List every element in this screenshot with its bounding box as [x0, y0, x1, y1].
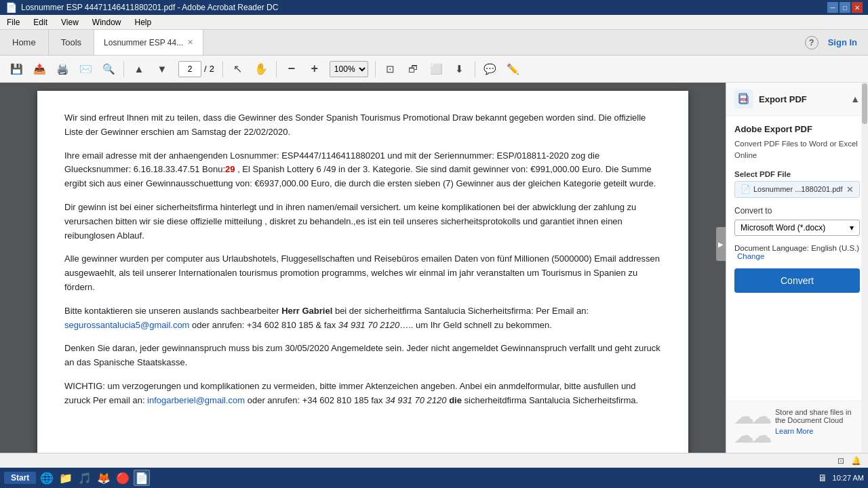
- status-bar: ⊡ 🔔: [0, 453, 868, 468]
- footer-text: Store and share files in the Document Cl…: [775, 408, 860, 424]
- main-content: Wir sind erfreut Ihnen mit zu teilen, da…: [0, 83, 868, 453]
- file-name-label: Losnummer ...1880201.pdf: [753, 185, 842, 193]
- file-tag: 📄 Losnummer ...1880201.pdf ✕: [734, 181, 860, 198]
- taskbar-norton-icon[interactable]: 🔴: [115, 470, 131, 486]
- menu-file[interactable]: File: [4, 16, 22, 28]
- pdf-file-icon: 📄: [741, 184, 751, 194]
- menu-help[interactable]: Help: [132, 16, 155, 28]
- learn-more-link[interactable]: Learn More: [775, 427, 813, 435]
- close-button[interactable]: ✕: [852, 2, 863, 13]
- cloud-icon: ☁☁☁☁: [734, 408, 770, 446]
- read-mode-button[interactable]: ⬇: [449, 59, 471, 79]
- draw-button[interactable]: ✏️: [502, 59, 524, 79]
- select-file-label: Select PDF File: [734, 170, 860, 178]
- app-icon: 📄: [5, 2, 17, 13]
- prev-page-button[interactable]: ▲: [128, 59, 150, 79]
- page-total: 2: [210, 64, 214, 74]
- search-button[interactable]: 🔍: [98, 59, 119, 79]
- panel-collapse-handle[interactable]: ▶: [716, 227, 726, 261]
- right-panel: PDF Export PDF ▲ Adobe Export PDF Conver…: [726, 83, 868, 453]
- para-5: Bitte kontaktieren sie unseren auslands …: [64, 304, 661, 333]
- taskbar-acrobat-icon[interactable]: 📄: [134, 470, 150, 486]
- convert-to-value: Microsoft Word (*.docx): [741, 223, 825, 232]
- full-screen-button[interactable]: ⬜: [426, 59, 448, 79]
- fit-page-button[interactable]: 🗗: [403, 59, 425, 79]
- panel-chevron-icon[interactable]: ▲: [850, 94, 860, 104]
- windows-taskbar: Start 🌐 📁 🎵 🦊 🔴 📄 🖥 10:27 AM: [0, 468, 868, 488]
- taskbar-media-icon[interactable]: 🎵: [77, 470, 93, 486]
- email-link-1[interactable]: segurossantalucia5@gmail.com: [64, 320, 189, 330]
- panel-header: PDF Export PDF ▲: [726, 83, 868, 116]
- taskbar-firefox-icon[interactable]: 🦊: [96, 470, 112, 486]
- doc-language-row: Document Language: English (U.S.) Change: [734, 244, 860, 260]
- nav-home[interactable]: Home: [0, 30, 49, 55]
- para-6: Denken Sie daran, jeder gewinnanspruch m…: [64, 342, 661, 370]
- para-4: Alle gewinner wurden per computer aus Ur…: [64, 252, 661, 294]
- comment-button[interactable]: 💬: [479, 59, 501, 79]
- nav-doc-tab[interactable]: Losnummer ESP 44... ✕: [94, 30, 203, 55]
- taskbar-time: 10:27 AM: [833, 474, 864, 482]
- nav-tools[interactable]: Tools: [49, 30, 94, 55]
- window-title: Losnummer ESP 44471146411880201.pdf - Ad…: [21, 3, 278, 12]
- save-button[interactable]: 💾: [5, 59, 27, 79]
- export-pdf-icon: PDF: [734, 89, 753, 108]
- panel-title: Export PDF: [759, 94, 807, 104]
- panel-section-title: Adobe Export PDF: [734, 124, 860, 134]
- taskbar-explorer-icon[interactable]: 📁: [58, 470, 74, 486]
- panel-footer: ☁☁☁☁ Store and share files in the Docume…: [726, 401, 868, 453]
- chevron-down-icon: ▾: [850, 223, 854, 232]
- convert-to-label: Convert to: [734, 206, 860, 216]
- cursor-tool-button[interactable]: ↖: [227, 59, 249, 79]
- toolbar: 💾 📤 🖨️ ✉️ 🔍 ▲ ▼ 2 / 2 ↖ ✋ − + 100% 75% 5…: [0, 56, 868, 83]
- pdf-viewer[interactable]: Wir sind erfreut Ihnen mit zu teilen, da…: [0, 83, 726, 453]
- right-panel-scrollbar[interactable]: [861, 83, 868, 453]
- fit-width-button[interactable]: ⊡: [380, 59, 401, 79]
- page-number-input[interactable]: 2: [178, 61, 201, 77]
- menu-bar: File Edit View Window Help: [0, 15, 868, 30]
- convert-button[interactable]: Convert: [734, 268, 860, 293]
- email-button[interactable]: ✉️: [75, 59, 96, 79]
- panel-body: Adobe Export PDF Convert PDF Files to Wo…: [726, 116, 868, 401]
- svg-text:PDF: PDF: [741, 98, 747, 102]
- help-button[interactable]: ?: [805, 36, 818, 49]
- zoom-in-button[interactable]: +: [304, 59, 326, 79]
- taskbar-network-icon: 🖥: [818, 472, 827, 483]
- next-page-button[interactable]: ▼: [151, 59, 173, 79]
- menu-edit[interactable]: Edit: [31, 16, 50, 28]
- para-3: Dir gewinn ist bei einer sicherheitsfirm…: [64, 201, 661, 243]
- para-7: WICHTIG: um verzogerungen und komplikati…: [64, 380, 661, 408]
- menu-view[interactable]: View: [58, 16, 81, 28]
- doc-lang-value: English (U.S.): [811, 244, 859, 252]
- status-icon-2: 🔔: [851, 456, 861, 466]
- start-button[interactable]: Start: [4, 472, 36, 484]
- print-setup-button[interactable]: 📤: [28, 59, 50, 79]
- close-tab-icon[interactable]: ✕: [187, 38, 193, 47]
- sign-in-button[interactable]: Sign In: [828, 37, 857, 47]
- maximize-button[interactable]: □: [840, 2, 850, 13]
- para-2: Ihre email adresse mit der anhaengenden …: [64, 149, 661, 191]
- convert-to-dropdown[interactable]: Microsoft Word (*.docx) ▾: [734, 220, 860, 236]
- menu-window[interactable]: Window: [90, 16, 124, 28]
- scrollbar-thumb[interactable]: [862, 83, 867, 124]
- panel-description: Convert PDF Files to Word or Excel Onlin…: [734, 138, 860, 162]
- title-bar: 📄 Losnummer ESP 44471146411880201.pdf - …: [0, 0, 868, 15]
- taskbar-ie-icon[interactable]: 🌐: [39, 470, 55, 486]
- hand-tool-button[interactable]: ✋: [250, 59, 272, 79]
- zoom-out-button[interactable]: −: [281, 59, 302, 79]
- pdf-page: Wir sind erfreut Ihnen mit zu teilen, da…: [37, 91, 688, 453]
- remove-file-button[interactable]: ✕: [846, 184, 854, 195]
- para-1: Wir sind erfreut Ihnen mit zu teilen, da…: [64, 111, 661, 140]
- page-separator: /: [204, 64, 207, 74]
- print-button[interactable]: 🖨️: [52, 59, 73, 79]
- change-language-link[interactable]: Change: [737, 252, 764, 260]
- email-link-2[interactable]: infogarberiel@gmail.com: [147, 395, 248, 405]
- doc-lang-label: Document Language:: [734, 244, 809, 252]
- minimize-button[interactable]: ─: [827, 2, 838, 13]
- zoom-select[interactable]: 100% 75% 50% 125% 150%: [330, 61, 368, 77]
- doc-tab-label: Losnummer ESP 44...: [104, 38, 183, 47]
- status-icon-1: ⊡: [837, 456, 844, 466]
- nav-bar: Home Tools Losnummer ESP 44... ✕ ? Sign …: [0, 30, 868, 56]
